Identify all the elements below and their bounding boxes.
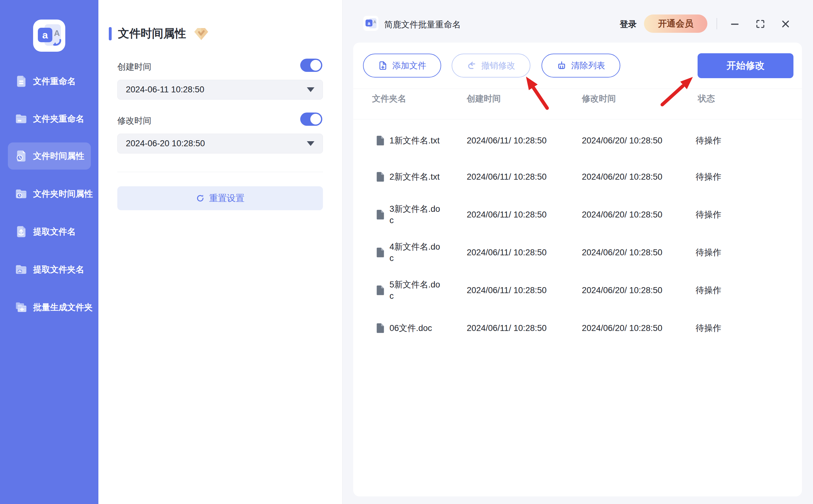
sidebar-item-label: 文件夹重命名 <box>33 113 84 125</box>
divider <box>117 172 323 172</box>
settings-title-row: 文件时间属性 <box>109 26 209 41</box>
chevron-down-icon <box>307 141 314 146</box>
table-row[interactable]: 3新文件名.doc 2024/06/11/ 10:28:50 2024/06/2… <box>353 200 802 229</box>
reset-settings-button[interactable]: 重置设置 <box>117 186 323 210</box>
app-window: A a 文件重命名 <box>0 0 813 504</box>
maximize-button[interactable] <box>754 18 767 30</box>
status-cell: 待操作 <box>696 285 721 296</box>
table-header: 文件夹名 创建时间 修改时间 状态 <box>353 93 802 107</box>
vip-subscribe-button[interactable]: 开通会员 <box>644 14 707 33</box>
modified-time-cell: 2024/06/20/ 10:28:50 <box>582 210 662 220</box>
file-name-cell: 06文件.doc <box>389 322 443 334</box>
undo-icon <box>467 61 477 71</box>
file-icon <box>376 323 385 333</box>
add-files-label: 添加文件 <box>392 60 427 71</box>
created-time-label: 创建时间 <box>117 61 151 72</box>
status-cell: 待操作 <box>696 135 721 146</box>
created-time-cell: 2024/06/11/ 10:28:50 <box>467 172 547 182</box>
created-time-cell: 2024/06/11/ 10:28:50 <box>467 323 547 333</box>
modified-time-select[interactable]: 2024-06-20 10:28:50 <box>117 134 323 154</box>
login-button[interactable]: 登录 <box>620 19 637 30</box>
sidebar-item-folder-time[interactable]: 文件夹时间属性 <box>8 180 91 207</box>
file-list-card: 添加文件 撤销修改 清除列表 开始修改 文件夹名 <box>353 43 802 496</box>
file-icon <box>376 285 385 296</box>
logo-swap-arrow-icon <box>51 39 61 47</box>
created-time-value: 2024-06-11 10:28:50 <box>126 85 307 95</box>
close-button[interactable] <box>779 18 792 30</box>
window-title: 简鹿文件批量重命名 <box>384 19 461 30</box>
sidebar-item-extract-file[interactable]: 提取文件名 <box>8 218 91 245</box>
table-row[interactable]: 1新文件名.txt 2024/06/11/ 10:28:50 2024/06/2… <box>353 126 802 155</box>
minimize-icon <box>730 19 740 29</box>
modified-time-toggle[interactable] <box>300 113 322 126</box>
extract-folder-icon <box>14 263 28 276</box>
sidebar-item-file-rename[interactable]: 文件重命名 <box>8 68 91 95</box>
minimize-button[interactable] <box>729 18 741 30</box>
file-icon <box>376 209 385 220</box>
file-name-cell: 3新文件名.doc <box>389 203 443 226</box>
settings-panel: 文件时间属性 创建时间 2024-06-11 10:28:50 修改时间 202… <box>98 0 342 504</box>
title-accent-bar <box>109 27 112 40</box>
column-header-name: 文件夹名 <box>372 93 406 104</box>
table-row[interactable]: 4新文件名.doc 2024/06/11/ 10:28:50 2024/06/2… <box>353 238 802 267</box>
refresh-icon <box>196 194 205 203</box>
file-icon <box>376 171 385 182</box>
chevron-down-icon <box>307 87 314 92</box>
broom-icon <box>557 61 567 71</box>
sidebar-item-extract-folder[interactable]: 提取文件夹名 <box>8 256 91 283</box>
sidebar-item-label: 文件夹时间属性 <box>33 188 93 200</box>
main-panel: A a 简鹿文件批量重命名 登录 开通会员 <box>342 0 813 504</box>
divider <box>353 89 802 89</box>
add-files-button[interactable]: 添加文件 <box>363 54 441 78</box>
status-cell: 待操作 <box>696 247 721 258</box>
add-file-icon <box>378 61 388 71</box>
created-time-cell: 2024/06/11/ 10:28:50 <box>467 286 547 295</box>
divider <box>353 119 802 119</box>
sidebar-item-batch-folder[interactable]: 批量生成文件夹 <box>8 294 91 321</box>
titlebar-divider <box>717 18 717 29</box>
modified-time-label: 修改时间 <box>117 115 151 126</box>
logo-letter-A: A <box>373 20 376 24</box>
logo-letter-a: a <box>38 28 52 42</box>
sidebar-item-folder-rename[interactable]: 文件夹重命名 <box>8 105 91 132</box>
start-modify-button[interactable]: 开始修改 <box>698 53 793 78</box>
toggle-knob <box>310 60 321 71</box>
file-name-cell: 2新文件名.txt <box>389 171 443 182</box>
created-time-cell: 2024/06/11/ 10:28:50 <box>467 136 547 146</box>
folder-rename-icon <box>14 112 28 126</box>
logo-letter-A: A <box>54 28 60 38</box>
logo-letter-a: a <box>365 20 372 26</box>
file-name-cell: 5新文件名.doc <box>389 279 443 302</box>
modified-time-cell: 2024/06/20/ 10:28:50 <box>582 286 662 295</box>
sidebar-item-label: 提取文件名 <box>33 226 76 237</box>
modified-time-cell: 2024/06/20/ 10:28:50 <box>582 248 662 258</box>
table-row[interactable]: 2新文件名.txt 2024/06/11/ 10:28:50 2024/06/2… <box>353 162 802 191</box>
modified-time-value: 2024-06-20 10:28:50 <box>126 139 307 148</box>
file-icon <box>376 247 385 258</box>
app-logo-icon: A a <box>33 20 65 52</box>
modified-time-cell: 2024/06/20/ 10:28:50 <box>582 323 662 333</box>
table-row[interactable]: 06文件.doc 2024/06/11/ 10:28:50 2024/06/20… <box>353 314 802 343</box>
titlebar: A a 简鹿文件批量重命名 登录 开通会员 <box>342 0 813 43</box>
created-time-toggle[interactable] <box>300 59 322 72</box>
status-cell: 待操作 <box>696 171 721 182</box>
undo-button[interactable]: 撤销修改 <box>452 54 531 78</box>
file-name-cell: 4新文件名.doc <box>389 241 443 264</box>
app-logo-icon: A a <box>363 16 378 31</box>
table-row[interactable]: 5新文件名.doc 2024/06/11/ 10:28:50 2024/06/2… <box>353 276 802 305</box>
close-icon <box>781 19 790 29</box>
sidebar-item-label: 文件时间属性 <box>33 150 84 162</box>
clear-list-button[interactable]: 清除列表 <box>542 54 620 78</box>
maximize-icon <box>756 19 765 29</box>
folder-time-icon <box>14 187 28 201</box>
status-cell: 待操作 <box>696 322 721 334</box>
created-time-select[interactable]: 2024-06-11 10:28:50 <box>117 80 323 100</box>
sidebar-item-file-time[interactable]: 文件时间属性 <box>8 142 91 170</box>
undo-label: 撤销修改 <box>481 60 515 71</box>
page-title: 文件时间属性 <box>118 26 186 41</box>
sidebar-item-label: 提取文件夹名 <box>33 264 84 275</box>
modified-time-cell: 2024/06/20/ 10:28:50 <box>582 172 662 182</box>
created-time-cell: 2024/06/11/ 10:28:50 <box>467 210 547 220</box>
file-time-icon <box>14 149 28 163</box>
vip-diamond-icon <box>193 26 209 41</box>
